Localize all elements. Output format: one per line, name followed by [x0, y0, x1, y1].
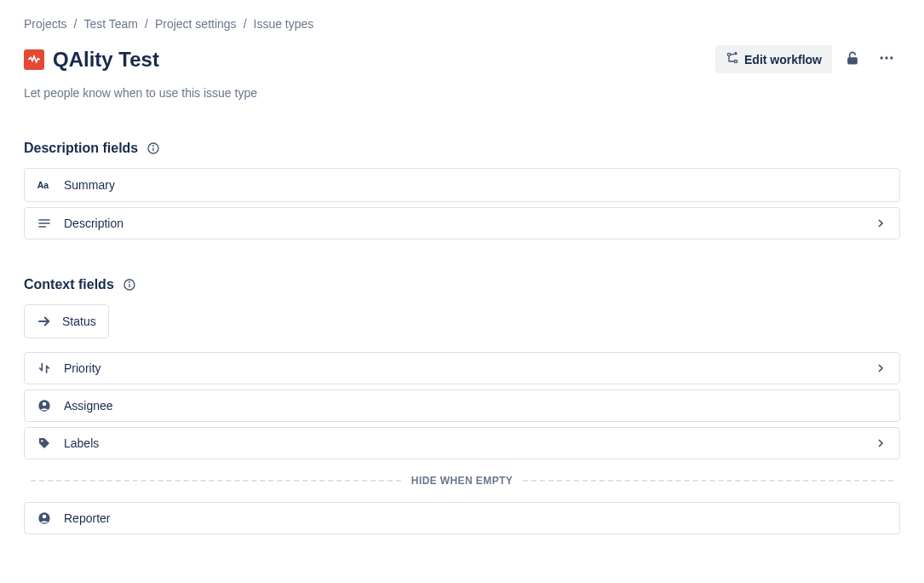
svg-point-4: [852, 60, 853, 61]
breadcrumb-projects[interactable]: Projects: [24, 17, 67, 31]
svg-point-5: [881, 56, 883, 59]
person-icon: [37, 511, 52, 525]
header-actions: Edit workflow: [715, 44, 900, 74]
divider-label: HIDE WHEN EMPTY: [411, 475, 513, 487]
chevron-right-icon: [874, 436, 887, 450]
field-label: Reporter: [64, 511, 887, 525]
field-label: Priority: [64, 361, 874, 375]
divider-line: [31, 480, 401, 482]
svg-text:Aa: Aa: [37, 180, 49, 190]
context-section-title: Context fields: [24, 277, 114, 292]
breadcrumb-separator: /: [244, 17, 247, 31]
divider-line: [523, 480, 893, 482]
field-label: Labels: [64, 436, 874, 450]
description-section-title: Description fields: [24, 141, 138, 156]
page-header: QAlity Test Edit workflow: [24, 44, 900, 74]
svg-point-2: [734, 60, 737, 62]
page-subtitle: Let people know when to use this issue t…: [24, 86, 900, 100]
arrow-right-icon: [37, 314, 52, 329]
workflow-icon: [726, 51, 739, 67]
breadcrumb-separator: /: [74, 17, 77, 31]
header-left: QAlity Test: [24, 48, 159, 72]
priority-icon: [37, 361, 52, 375]
svg-point-23: [43, 515, 47, 519]
person-icon: [37, 399, 52, 413]
field-summary[interactable]: Aa Summary: [24, 168, 900, 202]
chevron-right-icon: [874, 361, 887, 375]
lock-button[interactable]: [839, 44, 866, 74]
paragraph-icon: [37, 216, 52, 230]
page-title: QAlity Test: [53, 48, 159, 72]
field-label: Description: [64, 216, 874, 230]
section-header: Description fields: [24, 141, 900, 156]
context-section: Context fields Status Pr: [24, 277, 900, 534]
svg-point-6: [885, 56, 887, 59]
hide-when-empty-divider: HIDE WHEN EMPTY: [31, 475, 893, 487]
svg-point-7: [890, 56, 892, 59]
chevron-right-icon: [874, 216, 887, 230]
breadcrumb-team[interactable]: Test Team: [83, 17, 138, 31]
unlock-icon: [844, 49, 861, 69]
field-labels[interactable]: Labels: [24, 427, 900, 459]
tag-icon: [37, 436, 52, 450]
more-button[interactable]: [873, 44, 900, 74]
text-icon: Aa: [37, 177, 52, 193]
more-icon: [878, 49, 895, 69]
info-icon[interactable]: [123, 278, 136, 292]
section-header: Context fields: [24, 277, 900, 292]
svg-point-21: [41, 440, 43, 442]
svg-point-17: [129, 282, 129, 283]
svg-point-1: [735, 53, 737, 55]
field-priority[interactable]: Priority: [24, 352, 900, 384]
field-assignee[interactable]: Assignee: [24, 390, 900, 422]
issue-type-icon: [24, 49, 44, 70]
field-label: Summary: [64, 178, 887, 192]
breadcrumb-separator: /: [145, 17, 148, 31]
field-status[interactable]: Status: [24, 304, 109, 338]
svg-point-0: [727, 53, 730, 55]
field-label: Assignee: [64, 399, 887, 413]
edit-workflow-label: Edit workflow: [744, 53, 822, 66]
breadcrumb-settings[interactable]: Project settings: [155, 17, 237, 31]
edit-workflow-button[interactable]: Edit workflow: [715, 45, 832, 73]
breadcrumb-issue-types[interactable]: Issue types: [254, 17, 314, 31]
breadcrumb: Projects / Test Team / Project settings …: [24, 17, 900, 31]
field-description[interactable]: Description: [24, 207, 900, 240]
svg-point-10: [153, 146, 154, 147]
info-icon[interactable]: [146, 141, 160, 155]
svg-point-20: [43, 402, 47, 407]
field-reporter[interactable]: Reporter: [24, 502, 900, 534]
description-section: Description fields Aa Summary: [24, 141, 900, 240]
field-label: Status: [62, 315, 96, 328]
